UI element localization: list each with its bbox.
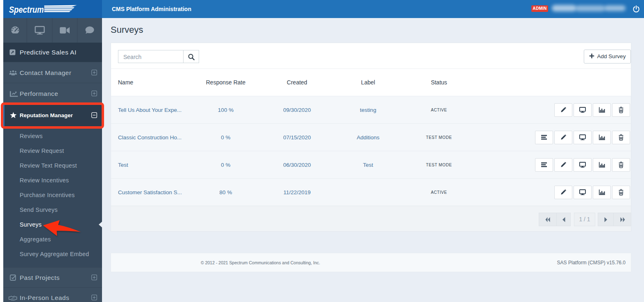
svg-text:Spectrum: Spectrum <box>9 5 44 15</box>
